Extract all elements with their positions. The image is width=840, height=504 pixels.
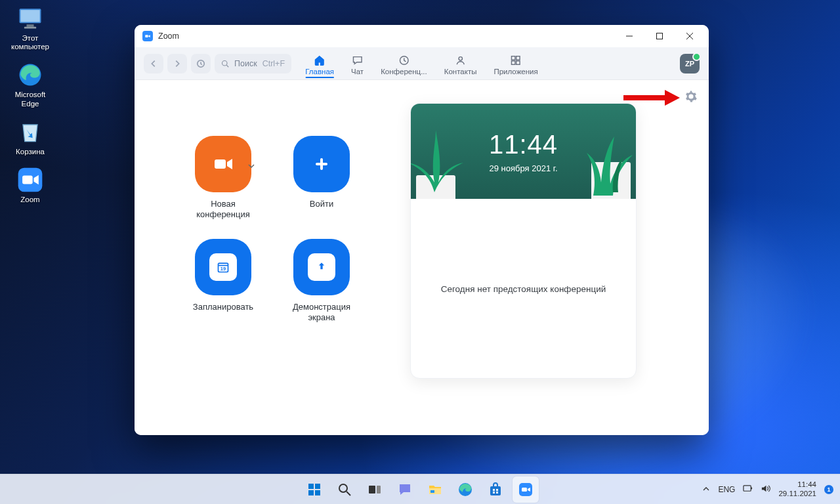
svg-rect-19 [512,61,515,64]
svg-rect-21 [215,159,226,169]
window-controls [614,25,705,47]
home-icon [314,54,326,67]
desktop-icon-label: Этот компьютер [11,34,49,51]
clock-time: 11:44 [489,130,558,159]
pc-icon [16,4,45,33]
desktop-icon-label: Microsoft Edge [15,91,46,108]
desktop-icons: Этот компьютер Microsoft Edge Корзина Zo… [4,4,56,204]
plant-icon [411,120,465,199]
svg-rect-1 [20,10,39,22]
tab-contacts[interactable]: Контакты [444,54,477,78]
svg-line-32 [346,492,350,495]
taskbar-app-explorer[interactable] [422,476,448,503]
system-tray: ENG 11:44 29.11.2021 1 [702,480,833,497]
desktop-icon-label: Корзина [16,148,45,156]
camera-icon [195,136,251,192]
svg-rect-23 [316,163,327,165]
maximize-button[interactable] [644,25,675,47]
svg-rect-45 [744,486,751,491]
taskbar-app-edge[interactable] [452,476,478,503]
start-button[interactable] [301,476,327,503]
edge-icon [16,60,45,89]
settings-button[interactable] [685,91,697,105]
svg-point-31 [339,484,347,492]
tab-chat[interactable]: Чат [351,54,364,78]
nav-back-button[interactable] [144,54,163,74]
search-placeholder: Поиск [234,59,257,68]
home-actions: Новая конференция Войти 19 Запланировать… [135,80,410,435]
svg-rect-42 [496,492,498,494]
taskbar-app-zoom[interactable] [513,476,539,503]
taskbar-search-button[interactable] [331,476,358,503]
svg-rect-27 [308,484,314,489]
today-card: 11:44 29 ноября 2021 г. Сегодня нет пред… [410,103,637,379]
share-icon [293,239,350,295]
schedule-button[interactable]: 19 Запланировать [174,239,272,324]
clock-icon [398,54,410,67]
share-screen-button[interactable]: Демонстрация экрана [272,239,371,324]
clock-date: 29 ноября 2021 г. [490,163,558,173]
svg-rect-6 [22,176,33,184]
history-button[interactable] [191,54,211,74]
card-header: 11:44 29 ноября 2021 г. [411,104,636,199]
svg-rect-36 [430,490,434,493]
plus-icon [293,136,350,192]
schedule-panel: 11:44 29 ноября 2021 г. Сегодня нет пред… [410,80,709,435]
minimize-button[interactable] [614,25,644,47]
tab-apps[interactable]: Приложения [494,54,537,78]
svg-rect-34 [377,486,381,494]
svg-rect-17 [512,56,515,60]
recycle-bin-icon [16,117,45,146]
apps-icon [510,54,522,67]
svg-rect-30 [315,490,320,495]
desktop-icon-zoom[interactable]: Zoom [4,165,56,204]
svg-rect-3 [24,27,36,29]
tab-home[interactable]: Главная [305,54,334,78]
window-body: Новая конференция Войти 19 Запланировать… [135,80,709,435]
taskbar-app-store[interactable] [482,476,509,503]
search-shortcut: Ctrl+F [262,59,285,68]
search-input[interactable]: Поиск Ctrl+F [215,54,291,74]
contacts-icon [455,54,467,67]
svg-rect-9 [657,33,663,39]
main-tabs: Главная Чат Конференц... Контакты Прилож… [305,47,537,79]
desktop-icon-edge[interactable]: Microsoft Edge [4,60,56,108]
clock-tray[interactable]: 11:44 29.11.2021 [778,480,816,497]
plant-icon [579,120,636,199]
tray-overflow-button[interactable] [702,485,710,494]
volume-icon[interactable] [761,484,770,495]
svg-point-16 [459,57,462,60]
zoom-icon [16,165,45,194]
search-icon [221,60,229,68]
svg-rect-38 [490,486,501,495]
taskbar-app-chat[interactable] [392,476,418,503]
notification-badge[interactable]: 1 [824,485,833,494]
svg-rect-7 [145,35,148,37]
taskbar: ENG 11:44 29.11.2021 1 [0,474,840,504]
language-indicator[interactable]: ENG [718,485,735,494]
svg-rect-18 [516,56,520,60]
user-avatar[interactable]: ZP [680,54,700,74]
join-button[interactable]: Войти [272,136,371,220]
desktop-icon-recycle-bin[interactable]: Корзина [4,117,56,156]
taskbar-center [301,476,539,503]
svg-line-14 [226,65,228,67]
empty-state-text: Сегодня нет предстоящих конференций [441,284,606,294]
network-icon[interactable] [743,484,753,495]
calendar-icon: 19 [195,239,251,295]
svg-rect-44 [522,488,527,492]
titlebar[interactable]: Zoom [135,25,709,47]
svg-rect-41 [493,492,495,494]
nav-forward-button[interactable] [167,54,187,74]
toolbar: Поиск Ctrl+F Главная Чат Конференц... Ко… [135,47,709,80]
svg-rect-40 [496,489,498,491]
new-meeting-dropdown-button[interactable] [247,161,255,173]
close-button[interactable] [675,25,705,47]
svg-rect-29 [308,490,314,495]
task-view-button[interactable] [362,476,388,503]
tab-meetings[interactable]: Конференц... [381,54,427,78]
svg-point-13 [222,60,228,66]
new-meeting-button[interactable]: Новая конференция [174,136,272,220]
zoom-app-icon [142,31,153,41]
desktop-icon-this-pc[interactable]: Этот компьютер [4,4,56,51]
